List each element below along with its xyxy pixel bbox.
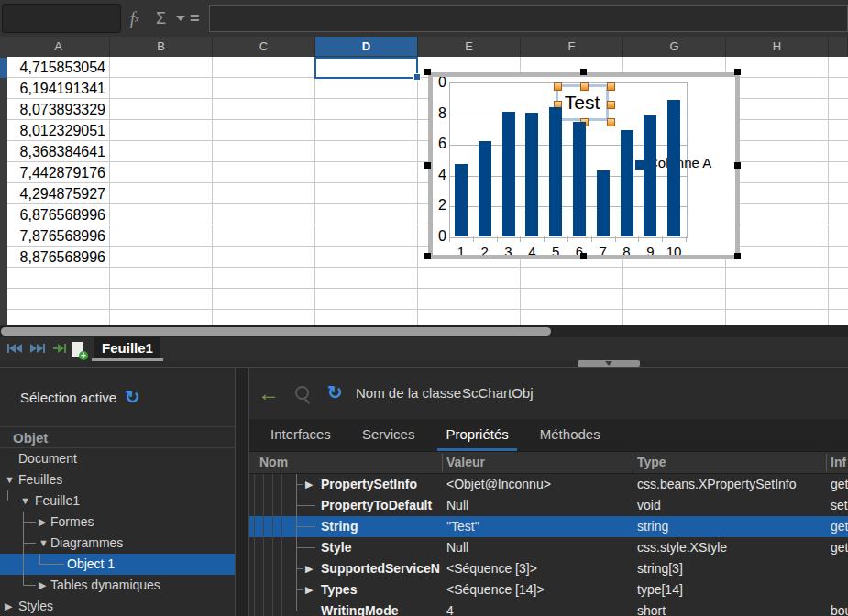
chevron-collapsed-icon[interactable]: ▶ — [305, 474, 313, 495]
sheet-tab-feuille1[interactable]: Feuille1 — [94, 337, 160, 358]
y-axis-label: 6 — [433, 136, 446, 152]
sum-dropdown-icon[interactable] — [176, 0, 185, 37]
chart-object-handle[interactable] — [424, 69, 431, 75]
chart-object-handle[interactable] — [580, 253, 587, 259]
chevron-expanded-icon[interactable]: ▼ — [39, 533, 49, 554]
chart-title[interactable]: Test — [556, 84, 609, 121]
chart-object-handle[interactable] — [580, 69, 587, 75]
tree-item-formes[interactable]: ▶Formes — [0, 512, 235, 533]
tree-item-styles[interactable]: ▶Styles — [0, 596, 235, 616]
title-selection-handle[interactable] — [554, 82, 562, 91]
bar-3[interactable] — [502, 112, 515, 236]
cell-a3[interactable]: 8,073893329 — [7, 99, 109, 120]
horizontal-scrollbar-thumb[interactable] — [1, 327, 551, 336]
bar-7[interactable] — [597, 170, 610, 236]
property-row-supportedservicen[interactable]: ▶SupportedServiceN<Séquence [3]>string[3… — [249, 558, 848, 579]
chevron-expanded-icon[interactable]: ▼ — [5, 469, 15, 490]
title-selection-handle[interactable] — [607, 118, 615, 126]
refresh-icon[interactable]: ↻ — [327, 381, 343, 403]
title-selection-handle[interactable] — [580, 82, 589, 91]
panel-divider[interactable] — [235, 368, 249, 616]
bar-4[interactable] — [525, 113, 538, 236]
bar-8[interactable] — [621, 130, 633, 236]
chevron-collapsed-icon[interactable]: ▶ — [39, 575, 46, 596]
title-selection-handle[interactable] — [607, 101, 615, 109]
cell-a5[interactable]: 8,368384641 — [7, 141, 109, 162]
formula-equals-icon[interactable]: = — [190, 0, 200, 37]
column-header-d[interactable]: D — [315, 37, 418, 56]
chart-object-handle[interactable] — [734, 253, 741, 259]
chart-object-handle[interactable] — [424, 162, 431, 169]
bar-10[interactable] — [667, 100, 680, 236]
x-axis-label: 9 — [638, 244, 662, 259]
column-header-e[interactable]: E — [418, 37, 521, 56]
column-header-c[interactable]: C — [213, 37, 315, 56]
bar-2[interactable] — [479, 141, 491, 236]
corner-box[interactable] — [0, 37, 7, 57]
column-header-partial[interactable] — [829, 37, 848, 56]
add-sheet-button[interactable]: + — [72, 342, 83, 357]
chart-object-handle[interactable] — [734, 69, 741, 75]
tree-item-label: Formes — [50, 512, 94, 533]
column-header-a[interactable]: A — [7, 37, 110, 56]
cell-a2[interactable]: 6,194191341 — [7, 78, 109, 99]
name-box-input[interactable] — [2, 4, 121, 33]
property-row-types[interactable]: ▶Types<Séquence [14]>type[14] — [249, 579, 848, 600]
function-wizard-icon[interactable]: fx — [130, 0, 139, 37]
bar-5[interactable] — [549, 107, 562, 236]
column-header-g[interactable]: G — [623, 37, 726, 56]
cell-a4[interactable]: 8,012329051 — [7, 120, 109, 141]
cell-a6[interactable]: 7,442879176 — [7, 162, 109, 183]
horizontal-scrollbar[interactable] — [0, 325, 848, 337]
back-icon[interactable]: ← — [258, 380, 280, 406]
tab-m-thodes[interactable]: Méthodes — [532, 419, 609, 451]
search-icon[interactable] — [295, 386, 309, 400]
tree-item-document[interactable]: Document — [0, 448, 235, 469]
tab-interfaces[interactable]: Interfaces — [262, 419, 339, 451]
chevron-collapsed-icon[interactable]: ▶ — [5, 596, 12, 616]
bar-6[interactable] — [573, 122, 586, 236]
last-sheet-icon[interactable] — [30, 344, 45, 353]
cell-a7[interactable]: 4,294875927 — [7, 183, 109, 204]
property-row-propertysetinfo[interactable]: ▶PropertySetInfo<Objet@Inconnu>css.beans… — [249, 474, 848, 495]
tree-item-feuilles[interactable]: ▼Feuilles — [0, 469, 235, 490]
chevron-collapsed-icon[interactable]: ▶ — [305, 579, 313, 600]
property-row-string[interactable]: String"Test"stringget — [249, 516, 848, 537]
chart-object[interactable]: Colonne A Test 08642012345678910 — [428, 72, 740, 259]
chevron-expanded-icon[interactable]: ▼ — [20, 490, 30, 512]
formula-input[interactable] — [209, 5, 848, 32]
cell-a1[interactable]: 4,715853054 — [7, 57, 109, 78]
fill-handle[interactable] — [413, 73, 421, 81]
bar-1[interactable] — [455, 164, 468, 236]
column-header-h[interactable]: H — [726, 37, 829, 56]
chevron-collapsed-icon[interactable]: ▶ — [305, 558, 313, 579]
table-header-separator — [633, 454, 633, 472]
cell-a9[interactable]: 7,876568996 — [7, 226, 109, 247]
bar-9[interactable] — [644, 116, 656, 236]
tab-services[interactable]: Services — [354, 419, 424, 451]
tree-item-feuille1[interactable]: ▼Feuille1 — [0, 490, 235, 512]
tree-item-object-1[interactable]: Object 1 — [0, 554, 235, 575]
x-axis-label: 1 — [449, 244, 473, 259]
cell-a10[interactable]: 8,876568996 — [7, 247, 109, 268]
chart-object-handle[interactable] — [424, 253, 431, 259]
property-row-propertytodefault[interactable]: PropertyToDefaultNullvoidset, — [249, 495, 848, 516]
cell-a8[interactable]: 6,876568996 — [7, 204, 109, 226]
column-header-f[interactable]: F — [521, 37, 623, 56]
cell-cursor-d1[interactable] — [314, 57, 418, 79]
title-selection-handle[interactable] — [607, 82, 615, 91]
first-sheet-icon[interactable] — [7, 344, 22, 353]
x-axis-tick — [686, 236, 687, 242]
chevron-collapsed-icon[interactable]: ▶ — [39, 512, 46, 533]
chart-object-handle[interactable] — [734, 162, 741, 169]
tab-propri-t-s[interactable]: Propriétés — [437, 419, 516, 451]
property-row-style[interactable]: StyleNullcss.style.XStyleget — [249, 537, 848, 558]
tree-item-diagrammes[interactable]: ▼Diagrammes — [0, 533, 235, 554]
tree-item-tables-dynamiques[interactable]: ▶Tables dynamiques — [0, 575, 235, 596]
jump-to-sheet-icon[interactable] — [53, 344, 66, 353]
sum-icon[interactable]: Σ — [156, 0, 166, 37]
panel-collapse-handle[interactable] — [578, 360, 640, 367]
refresh-icon[interactable]: ↻ — [125, 386, 140, 408]
column-header-b[interactable]: B — [110, 37, 213, 56]
property-row-writingmode[interactable]: WritingMode4shortbou — [249, 600, 848, 616]
